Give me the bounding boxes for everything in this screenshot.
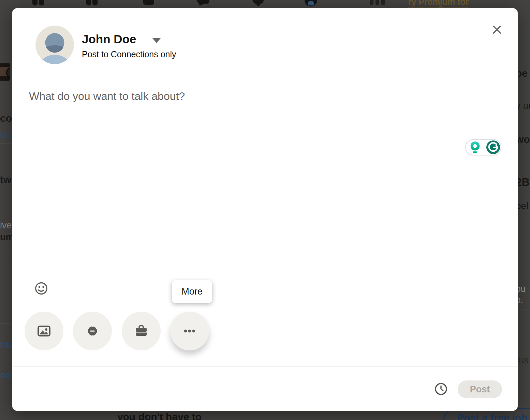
more-tooltip: More xyxy=(172,280,212,303)
schedule-post-button[interactable] xyxy=(434,382,448,396)
add-media-icon xyxy=(36,324,51,339)
feed-link-fragment: um xyxy=(0,232,12,242)
avatar xyxy=(35,26,74,64)
linkedin-create-post-screen: ry Premium for co ld a two ive um hta co… xyxy=(0,0,530,420)
more-attachments-button[interactable] xyxy=(170,312,209,350)
nav-business-grid-icon xyxy=(381,0,385,5)
clock-icon xyxy=(434,382,448,396)
feed-text-fragment: ive xyxy=(0,221,12,230)
feed-hashtag-fragment: cov xyxy=(0,370,12,380)
feed-text-fragment: 2B xyxy=(516,177,530,188)
celebrate-occasion-button[interactable] xyxy=(73,312,112,350)
nav-messaging-icon xyxy=(199,3,203,5)
feed-thumbnail xyxy=(0,63,10,81)
chevron-down-icon xyxy=(152,38,161,43)
author-name: John Doe xyxy=(82,32,136,46)
feed-text-fragment: two xyxy=(0,175,12,185)
nav-business-grid-icon xyxy=(376,0,379,5)
feed-text-fragment: you don't have to xyxy=(117,411,202,420)
nav-network-icon xyxy=(86,0,91,5)
nav-jobs-icon xyxy=(143,0,154,5)
nav-home-icon xyxy=(39,0,44,5)
emoji-icon xyxy=(34,282,48,295)
post-button[interactable]: Post xyxy=(458,380,502,398)
more-icon xyxy=(182,324,197,339)
emoji-button[interactable] xyxy=(34,282,48,295)
nav-home-icon xyxy=(32,0,38,5)
nav-network-icon xyxy=(92,0,98,5)
share-job-icon xyxy=(134,324,149,339)
feed-link-fragment: ld a xyxy=(0,131,12,140)
grammarly-widget xyxy=(465,139,501,155)
close-icon xyxy=(491,24,502,35)
feed-card-border xyxy=(518,310,530,310)
feed-card-border xyxy=(0,258,12,258)
nav-business-grid-icon xyxy=(370,0,373,5)
post-text-input[interactable]: What do you want to talk about? xyxy=(29,90,500,274)
feed-text-fragment: co xyxy=(0,113,12,123)
audience-label: Post to Connections only xyxy=(82,49,176,59)
footer-divider xyxy=(12,366,518,367)
nav-me-avatar xyxy=(308,1,314,5)
feed-hashtag-fragment: hta xyxy=(0,340,12,350)
feed-card-border xyxy=(0,143,12,144)
nav-notifications-icon xyxy=(252,0,264,4)
grammarly-suggestions-icon[interactable] xyxy=(468,140,482,154)
feed-card-border xyxy=(0,323,12,324)
close-button[interactable] xyxy=(489,21,505,38)
feed-text-fragment: wo xyxy=(516,134,530,145)
create-post-modal: John Doe Post to Connections only What d… xyxy=(12,8,518,411)
feed-text-fragment: y au xyxy=(516,101,530,110)
add-media-button[interactable] xyxy=(25,312,63,350)
grammarly-logo-icon[interactable] xyxy=(486,140,500,154)
nav-notifications-icon xyxy=(256,4,260,6)
nav-divider xyxy=(341,0,341,6)
celebrate-occasion-icon xyxy=(85,324,100,339)
share-job-button[interactable] xyxy=(122,312,161,350)
editor-placeholder: What do you want to talk about? xyxy=(29,90,185,102)
